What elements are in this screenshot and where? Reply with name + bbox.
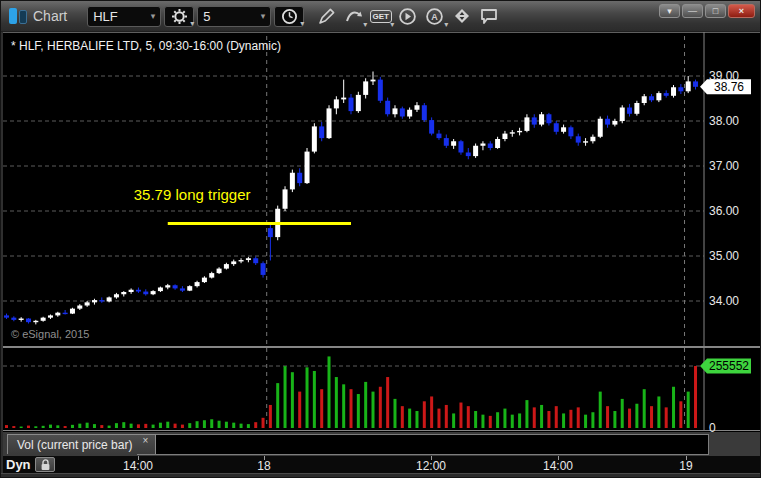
candle-body xyxy=(334,99,339,108)
maximize-button[interactable]: □ xyxy=(705,4,726,18)
annotation-button[interactable]: A ▾ xyxy=(422,5,447,27)
time-axis-label: 14:00 xyxy=(123,459,153,473)
volume-bar xyxy=(306,367,309,428)
candle-body xyxy=(70,309,75,314)
time-template-button[interactable]: ▾ xyxy=(274,6,304,27)
candle-body xyxy=(671,87,676,96)
candle-body xyxy=(598,119,603,137)
volume-bar xyxy=(459,403,462,428)
candle-body xyxy=(422,105,427,120)
volume-bar xyxy=(445,405,448,428)
volume-bar xyxy=(540,405,543,428)
chevron-down-icon: ▾ xyxy=(190,20,194,28)
candle-body xyxy=(305,152,310,184)
candle-body xyxy=(231,261,236,264)
minimize-icon: — xyxy=(688,6,697,16)
volume-bar xyxy=(364,382,367,428)
candle-body xyxy=(510,132,515,133)
comment-button[interactable] xyxy=(476,5,501,27)
speech-bubble-icon xyxy=(479,7,499,25)
volume-bar xyxy=(78,424,81,428)
volume-bar xyxy=(298,392,301,428)
volume-bar xyxy=(430,396,433,428)
interval-combobox[interactable]: 5 ▾ xyxy=(197,6,271,27)
get-data-button[interactable]: GET ▾ xyxy=(368,5,393,27)
volume-bar xyxy=(34,426,37,428)
candle-body xyxy=(121,292,126,294)
candle-body xyxy=(129,290,134,292)
window-controls: ▾ — □ × xyxy=(659,4,755,18)
trendline-tools-button[interactable]: ▾ xyxy=(341,5,366,27)
interval-value: 5 xyxy=(203,9,210,24)
candle-body xyxy=(400,108,405,116)
candle-body xyxy=(458,141,463,152)
candle-body xyxy=(195,282,200,286)
candle-body xyxy=(436,134,441,139)
volume-bar xyxy=(166,422,169,428)
chevron-down-icon[interactable]: ▾ xyxy=(145,11,156,21)
minimize-button[interactable]: — xyxy=(682,4,703,18)
volume-bar xyxy=(56,425,59,428)
playback-button[interactable] xyxy=(395,5,420,27)
candle-body xyxy=(385,101,390,115)
candle-body xyxy=(473,146,478,156)
time-lock-button[interactable] xyxy=(35,457,55,472)
volume-bar xyxy=(584,415,587,428)
candle-body xyxy=(151,291,156,294)
volume-bar xyxy=(152,425,155,428)
candle-body xyxy=(480,144,485,146)
volume-bar xyxy=(511,415,514,428)
volume-bar xyxy=(452,413,455,428)
chevron-down-icon: ▾ xyxy=(390,21,394,29)
chart-app-icon xyxy=(9,8,27,24)
candle-body xyxy=(363,81,368,95)
volume-bar xyxy=(562,413,565,428)
candle-body xyxy=(392,108,397,114)
time-axis-label: 14:00 xyxy=(543,459,573,473)
candle-body xyxy=(11,318,16,320)
candle-body xyxy=(612,121,617,125)
trigger-text-annotation[interactable]: 35.79 long trigger xyxy=(134,186,251,203)
candle-body xyxy=(686,81,691,91)
volume-bar xyxy=(665,407,668,428)
symbol-settings-button[interactable]: ▾ xyxy=(164,6,194,27)
clock-icon xyxy=(281,8,298,25)
candle-body xyxy=(576,136,581,142)
close-button[interactable]: × xyxy=(728,4,755,18)
style-button[interactable] xyxy=(449,5,474,27)
candle-body xyxy=(48,315,53,317)
volume-bar xyxy=(650,406,653,428)
candle-body xyxy=(341,98,346,100)
candle-body xyxy=(693,81,698,86)
volume-bar xyxy=(437,409,440,428)
price-axis-label: 37.00 xyxy=(709,159,739,173)
titlebar: Chart HLF ▾ ▾ 5 ▾ xyxy=(1,1,760,32)
candle-body xyxy=(495,139,500,148)
chart-area[interactable]: * HLF, HERBALIFE LTD, 5, 09:30-16:00 (Dy… xyxy=(3,32,760,473)
volume-bar xyxy=(269,405,272,428)
chevron-down-icon[interactable]: ▾ xyxy=(255,11,266,21)
close-tab-icon[interactable]: × xyxy=(142,435,148,446)
volume-bar xyxy=(393,399,396,428)
candle-body xyxy=(532,117,537,124)
candle-body xyxy=(41,318,46,321)
candle-body xyxy=(429,120,434,134)
volume-bar xyxy=(489,416,492,428)
candle-body xyxy=(297,173,302,183)
volume-bar xyxy=(181,425,184,428)
close-icon: × xyxy=(739,6,744,16)
tab-volume-study[interactable]: Vol (current price bar) × xyxy=(7,434,156,454)
candle-body xyxy=(407,110,412,117)
candle-body xyxy=(312,126,317,151)
symbol-combobox[interactable]: HLF ▾ xyxy=(87,6,161,27)
volume-bar xyxy=(628,409,631,428)
volume-bar xyxy=(196,421,199,428)
window-menu-button[interactable]: ▾ xyxy=(659,4,680,18)
candle-body xyxy=(187,286,192,291)
draw-tool-button[interactable] xyxy=(314,5,339,27)
candle-body xyxy=(620,108,625,122)
volume-bar xyxy=(423,401,426,428)
volume-bar xyxy=(401,406,404,428)
volume-bar xyxy=(635,404,638,428)
chart-canvas[interactable]: 39.0038.0037.0036.0035.0034.00035.79 lon… xyxy=(3,32,760,434)
